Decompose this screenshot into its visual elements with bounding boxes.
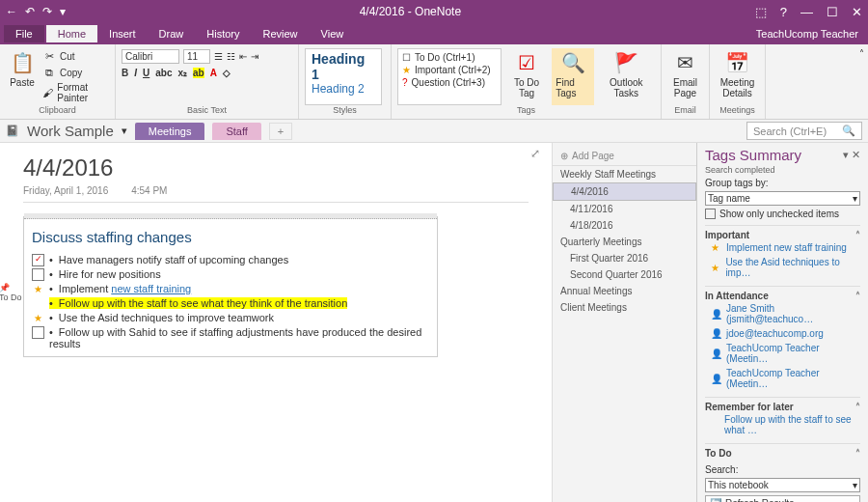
- meeting-details-button[interactable]: 📅Meeting Details: [716, 48, 759, 105]
- copy-button[interactable]: ⧉Copy: [42, 65, 109, 80]
- notebook-name[interactable]: Work Sample: [27, 123, 114, 139]
- notebook-dropdown-icon[interactable]: ▾: [122, 125, 127, 137]
- help-icon[interactable]: ?: [780, 5, 787, 19]
- fontcolor-button[interactable]: A: [210, 68, 217, 78]
- tab-history[interactable]: History: [195, 25, 251, 42]
- tag-section-header[interactable]: Remember for later˄: [705, 397, 860, 412]
- add-section-button[interactable]: +: [269, 123, 292, 140]
- tab-view[interactable]: View: [310, 25, 356, 42]
- tag-result[interactable]: 👤TeachUcomp Teacher (Meetin…: [705, 366, 860, 391]
- tag-section-header[interactable]: To Do˄: [705, 443, 860, 459]
- tab-draw[interactable]: Draw: [148, 25, 196, 42]
- user-label[interactable]: TeachUcomp Teacher: [756, 28, 868, 40]
- note-heading[interactable]: Discuss staffing changes: [32, 229, 429, 245]
- outlook-tasks-button[interactable]: 🚩Outlook Tasks: [598, 48, 655, 105]
- subscript-button[interactable]: x₂: [177, 68, 187, 78]
- page-item[interactable]: 4/4/2016: [553, 182, 696, 201]
- groupby-select[interactable]: Tag name ▾: [705, 191, 860, 206]
- refresh-results-button[interactable]: 🔄Refresh Results: [705, 495, 860, 502]
- email-icon: ✉: [673, 50, 698, 75]
- page-group[interactable]: Quarterly Meetings: [553, 234, 696, 250]
- strike-button[interactable]: abc: [155, 68, 172, 78]
- email-page-button[interactable]: ✉Email Page: [667, 48, 703, 105]
- format-painter-button[interactable]: 🖌Format Painter: [42, 81, 109, 104]
- page-title[interactable]: 4/4/2016: [23, 154, 529, 181]
- tab-review[interactable]: Review: [252, 25, 310, 42]
- italic-button[interactable]: I: [134, 68, 137, 78]
- maximize-icon[interactable]: ☐: [827, 5, 838, 19]
- tab-insert[interactable]: Insert: [97, 25, 148, 42]
- redo-icon[interactable]: ↷: [42, 5, 52, 18]
- page-canvas[interactable]: 4/4/2016 Friday, April 1, 20164:54 PM Di…: [0, 143, 552, 502]
- bold-button[interactable]: B: [122, 68, 128, 78]
- font-name-select[interactable]: Calibri: [122, 49, 179, 64]
- tag-result[interactable]: 👤jdoe@teachucomp.org: [705, 326, 860, 341]
- tab-home[interactable]: Home: [46, 25, 97, 42]
- underline-button[interactable]: U: [143, 68, 149, 78]
- tag-result-icon: 👤: [711, 349, 722, 359]
- cut-button[interactable]: ✂Cut: [42, 48, 109, 64]
- page-group[interactable]: Weekly Staff Meetings: [553, 166, 696, 182]
- tags-summary-pane: Tags Summary▾ ✕ Search completed Group t…: [696, 143, 868, 502]
- note-item[interactable]: 📌To Do★Implement new staff training: [32, 282, 429, 296]
- pane-dropdown-icon[interactable]: ▾: [843, 149, 849, 160]
- tag-result[interactable]: 👤Jane Smith (jsmith@teachuco…: [705, 301, 860, 326]
- page-item[interactable]: Second Quarter 2016: [553, 266, 696, 283]
- note-item[interactable]: Have managers notify staff of upcoming c…: [32, 253, 429, 267]
- checkbox-checked-icon[interactable]: [32, 254, 44, 266]
- bullets-icon[interactable]: ☰: [214, 51, 223, 62]
- tag-result-icon: ★: [711, 263, 721, 273]
- tag-result[interactable]: ★Use the Asid techniques to imp…: [705, 255, 860, 280]
- note-item[interactable]: Follow up with Sahid to see if staffing …: [32, 325, 429, 350]
- container-handle[interactable]: [24, 213, 437, 219]
- note-item[interactable]: Hire for new positions: [32, 267, 429, 282]
- fullscreen-icon[interactable]: ⤢: [530, 147, 540, 160]
- page-item[interactable]: First Quarter 2016: [553, 250, 696, 266]
- scope-select[interactable]: This notebook ▾: [705, 478, 860, 492]
- todo-tag-button[interactable]: ☑To Do Tag: [505, 48, 549, 105]
- outdent-icon[interactable]: ⇥: [251, 51, 258, 62]
- undo-icon[interactable]: ↶: [25, 5, 35, 18]
- tag-result[interactable]: Follow up with the staff to see what …: [705, 412, 860, 437]
- paste-button[interactable]: 📋Paste: [6, 48, 39, 105]
- tag-result[interactable]: 👤TeachUcomp Teacher (Meetin…: [705, 341, 860, 366]
- numbering-icon[interactable]: ☷: [227, 51, 235, 62]
- back-icon[interactable]: ←: [6, 5, 17, 18]
- tag-section-header[interactable]: In Attendance˄: [705, 286, 860, 301]
- note-container[interactable]: Discuss staffing changes Have managers n…: [23, 216, 438, 357]
- tags-pane-title: Tags Summary▾ ✕: [705, 147, 860, 163]
- page-group[interactable]: Client Meetings: [553, 299, 696, 316]
- styles-gallery[interactable]: Heading 1 Heading 2: [305, 48, 382, 105]
- add-page-button[interactable]: ⊕Add Page: [553, 147, 696, 166]
- paste-icon: 📋: [10, 50, 35, 75]
- unchecked-checkbox[interactable]: [705, 209, 716, 219]
- note-item[interactable]: Follow up with the staff to see what the…: [32, 296, 429, 311]
- page-item[interactable]: 4/11/2016: [553, 201, 696, 217]
- section-tab-meetings[interactable]: Meetings: [135, 123, 205, 140]
- search-icon: 🔍: [842, 125, 855, 137]
- clear-format-button[interactable]: ◇: [223, 68, 231, 78]
- font-size-select[interactable]: 11: [183, 49, 210, 64]
- checkbox-icon[interactable]: [32, 326, 44, 339]
- indent-icon[interactable]: ⇤: [239, 51, 247, 62]
- pane-close-icon[interactable]: ✕: [852, 149, 860, 160]
- section-tab-staff[interactable]: Staff: [212, 123, 260, 140]
- checkbox-icon[interactable]: [32, 268, 44, 281]
- window-title: 4/4/2016 - OneNote: [66, 5, 755, 18]
- file-tab[interactable]: File: [4, 25, 44, 42]
- tag-result[interactable]: ★Implement new staff training: [705, 240, 860, 255]
- ribbon-options-icon[interactable]: ⬚: [755, 5, 767, 19]
- find-tags-button[interactable]: 🔍Find Tags: [552, 48, 593, 105]
- search-input[interactable]: Search (Ctrl+E)🔍: [746, 122, 862, 140]
- page-item[interactable]: 4/18/2016: [553, 217, 696, 234]
- tag-section-header[interactable]: Important˄: [705, 225, 860, 240]
- minimize-icon[interactable]: —: [800, 5, 813, 19]
- collapse-ribbon-icon[interactable]: ˄: [859, 48, 864, 59]
- note-item[interactable]: ★Use the Asid techniques to improve team…: [32, 311, 429, 325]
- groupby-label: Group tags by:: [705, 178, 860, 188]
- close-icon[interactable]: ✕: [852, 5, 862, 19]
- notebook-icon[interactable]: 📓: [6, 125, 19, 137]
- highlight-button[interactable]: ab: [193, 68, 204, 78]
- page-group[interactable]: Annual Meetings: [553, 283, 696, 299]
- tag-gallery[interactable]: ☐To Do (Ctrl+1) ★Important (Ctrl+2) ?Que…: [397, 48, 502, 105]
